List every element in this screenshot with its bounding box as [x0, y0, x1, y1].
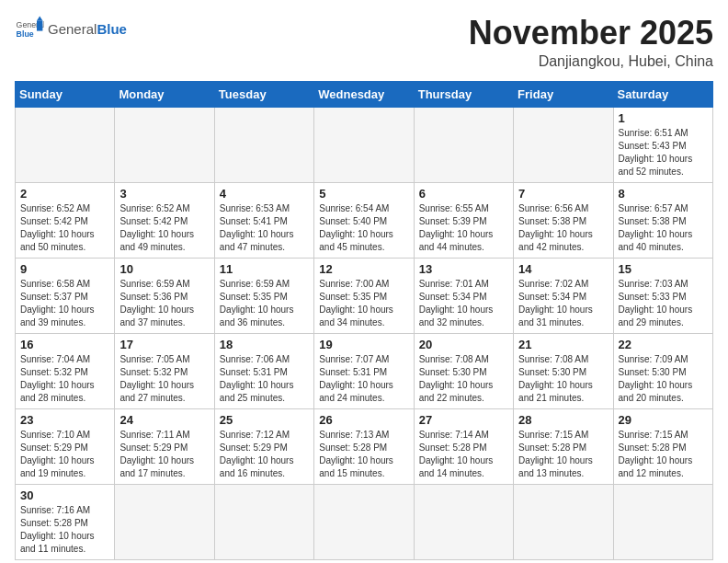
calendar-day-cell: 25Sunrise: 7:12 AM Sunset: 5:29 PM Dayli…	[214, 408, 313, 484]
day-info: Sunrise: 7:11 AM Sunset: 5:29 PM Dayligh…	[119, 429, 209, 480]
day-info: Sunrise: 7:12 AM Sunset: 5:29 PM Dayligh…	[220, 429, 309, 480]
calendar-day-cell	[214, 107, 313, 182]
calendar-day-cell	[115, 107, 214, 182]
weekday-header-monday: Monday	[115, 81, 214, 107]
calendar-day-cell: 28Sunrise: 7:15 AM Sunset: 5:28 PM Dayli…	[514, 408, 613, 484]
calendar-day-cell: 20Sunrise: 7:08 AM Sunset: 5:30 PM Dayli…	[414, 333, 513, 408]
calendar-week-row: 16Sunrise: 7:04 AM Sunset: 5:32 PM Dayli…	[16, 333, 713, 408]
calendar-day-cell: 29Sunrise: 7:15 AM Sunset: 5:28 PM Dayli…	[613, 408, 712, 484]
day-info: Sunrise: 6:51 AM Sunset: 5:43 PM Dayligh…	[619, 127, 708, 178]
day-info: Sunrise: 6:58 AM Sunset: 5:37 PM Dayligh…	[20, 278, 109, 329]
day-info: Sunrise: 6:53 AM Sunset: 5:41 PM Dayligh…	[220, 202, 309, 254]
weekday-header-saturday: Saturday	[613, 81, 712, 107]
calendar-day-cell: 3Sunrise: 6:52 AM Sunset: 5:42 PM Daylig…	[115, 182, 214, 258]
day-info: Sunrise: 7:15 AM Sunset: 5:28 PM Dayligh…	[619, 429, 708, 480]
day-info: Sunrise: 7:13 AM Sunset: 5:28 PM Dayligh…	[319, 429, 408, 480]
day-number: 21	[518, 338, 608, 351]
calendar-day-cell: 11Sunrise: 6:59 AM Sunset: 5:35 PM Dayli…	[214, 258, 313, 333]
day-number: 22	[619, 338, 708, 351]
calendar-subtitle: Danjiangkou, Hubei, China	[469, 53, 713, 70]
day-number: 27	[419, 413, 508, 427]
weekday-header-friday: Friday	[514, 81, 613, 107]
calendar-day-cell: 8Sunrise: 6:57 AM Sunset: 5:38 PM Daylig…	[613, 182, 712, 258]
calendar-day-cell: 14Sunrise: 7:02 AM Sunset: 5:34 PM Dayli…	[514, 258, 613, 333]
day-info: Sunrise: 7:03 AM Sunset: 5:33 PM Dayligh…	[619, 278, 708, 329]
day-info: Sunrise: 7:01 AM Sunset: 5:34 PM Dayligh…	[419, 278, 508, 329]
calendar-day-cell	[613, 484, 712, 559]
title-block: November 2025 Danjiangkou, Hubei, China	[469, 15, 713, 70]
day-info: Sunrise: 7:07 AM Sunset: 5:31 PM Dayligh…	[319, 353, 408, 405]
calendar-day-cell: 4Sunrise: 6:53 AM Sunset: 5:41 PM Daylig…	[214, 182, 313, 258]
day-info: Sunrise: 7:10 AM Sunset: 5:29 PM Dayligh…	[20, 429, 109, 480]
day-info: Sunrise: 7:09 AM Sunset: 5:30 PM Dayligh…	[619, 353, 708, 405]
calendar-day-cell: 1Sunrise: 6:51 AM Sunset: 5:43 PM Daylig…	[613, 107, 712, 182]
day-number: 18	[220, 338, 309, 351]
calendar-day-cell	[314, 484, 414, 559]
calendar-day-cell: 6Sunrise: 6:55 AM Sunset: 5:39 PM Daylig…	[414, 182, 513, 258]
day-number: 4	[220, 187, 309, 201]
day-info: Sunrise: 7:00 AM Sunset: 5:35 PM Dayligh…	[319, 278, 408, 329]
day-info: Sunrise: 7:02 AM Sunset: 5:34 PM Dayligh…	[518, 278, 608, 329]
calendar-title: November 2025	[469, 15, 713, 52]
calendar-week-row: 1Sunrise: 6:51 AM Sunset: 5:43 PM Daylig…	[16, 107, 713, 182]
calendar-day-cell: 26Sunrise: 7:13 AM Sunset: 5:28 PM Dayli…	[314, 408, 414, 484]
calendar-day-cell	[414, 107, 513, 182]
calendar-day-cell: 19Sunrise: 7:07 AM Sunset: 5:31 PM Dayli…	[314, 333, 414, 408]
calendar-day-cell: 13Sunrise: 7:01 AM Sunset: 5:34 PM Dayli…	[414, 258, 513, 333]
day-info: Sunrise: 6:56 AM Sunset: 5:38 PM Dayligh…	[518, 202, 608, 254]
day-number: 20	[419, 338, 508, 351]
calendar-day-cell	[514, 107, 613, 182]
calendar-day-cell: 12Sunrise: 7:00 AM Sunset: 5:35 PM Dayli…	[314, 258, 414, 333]
day-number: 26	[319, 413, 408, 427]
day-number: 17	[119, 338, 209, 351]
day-info: Sunrise: 6:55 AM Sunset: 5:39 PM Dayligh…	[419, 202, 508, 254]
day-info: Sunrise: 7:16 AM Sunset: 5:28 PM Dayligh…	[20, 504, 109, 556]
calendar-day-cell: 5Sunrise: 6:54 AM Sunset: 5:40 PM Daylig…	[314, 182, 414, 258]
calendar-day-cell: 18Sunrise: 7:06 AM Sunset: 5:31 PM Dayli…	[214, 333, 313, 408]
logo-blue-text: Blue	[97, 21, 127, 37]
calendar-day-cell: 2Sunrise: 6:52 AM Sunset: 5:42 PM Daylig…	[16, 182, 115, 258]
calendar-day-cell: 23Sunrise: 7:10 AM Sunset: 5:29 PM Dayli…	[16, 408, 115, 484]
calendar-day-cell	[314, 107, 414, 182]
page-header: General Blue GeneralBlue November 2025 D…	[15, 15, 713, 70]
calendar-day-cell: 9Sunrise: 6:58 AM Sunset: 5:37 PM Daylig…	[16, 258, 115, 333]
calendar-week-row: 2Sunrise: 6:52 AM Sunset: 5:42 PM Daylig…	[16, 182, 713, 258]
day-number: 15	[619, 262, 708, 276]
day-number: 14	[518, 262, 608, 276]
day-number: 28	[518, 413, 608, 427]
day-info: Sunrise: 6:59 AM Sunset: 5:36 PM Dayligh…	[119, 278, 209, 329]
calendar-day-cell: 22Sunrise: 7:09 AM Sunset: 5:30 PM Dayli…	[613, 333, 712, 408]
day-info: Sunrise: 7:06 AM Sunset: 5:31 PM Dayligh…	[220, 353, 309, 405]
calendar-day-cell: 27Sunrise: 7:14 AM Sunset: 5:28 PM Dayli…	[414, 408, 513, 484]
calendar-day-cell	[115, 484, 214, 559]
weekday-header-wednesday: Wednesday	[314, 81, 414, 107]
day-number: 2	[20, 187, 109, 201]
weekday-header-sunday: Sunday	[16, 81, 115, 107]
weekday-header-row: SundayMondayTuesdayWednesdayThursdayFrid…	[16, 81, 713, 107]
day-info: Sunrise: 6:52 AM Sunset: 5:42 PM Dayligh…	[119, 202, 209, 254]
day-info: Sunrise: 7:08 AM Sunset: 5:30 PM Dayligh…	[419, 353, 508, 405]
calendar-day-cell	[514, 484, 613, 559]
day-info: Sunrise: 7:04 AM Sunset: 5:32 PM Dayligh…	[20, 353, 109, 405]
day-info: Sunrise: 7:05 AM Sunset: 5:32 PM Dayligh…	[119, 353, 209, 405]
day-number: 13	[419, 262, 508, 276]
calendar-day-cell: 16Sunrise: 7:04 AM Sunset: 5:32 PM Dayli…	[16, 333, 115, 408]
day-number: 10	[119, 262, 209, 276]
day-number: 11	[220, 262, 309, 276]
day-info: Sunrise: 7:14 AM Sunset: 5:28 PM Dayligh…	[419, 429, 508, 480]
calendar-day-cell: 30Sunrise: 7:16 AM Sunset: 5:28 PM Dayli…	[16, 484, 115, 559]
calendar-day-cell	[214, 484, 313, 559]
day-number: 1	[619, 111, 708, 125]
logo-wordmark: GeneralBlue	[48, 22, 127, 38]
generalblue-logo-icon: General Blue	[15, 15, 44, 44]
svg-marker-2	[37, 20, 42, 30]
day-number: 5	[319, 187, 408, 201]
day-info: Sunrise: 7:08 AM Sunset: 5:30 PM Dayligh…	[518, 353, 608, 405]
logo: General Blue GeneralBlue	[15, 15, 127, 44]
day-info: Sunrise: 6:59 AM Sunset: 5:35 PM Dayligh…	[220, 278, 309, 329]
day-number: 25	[220, 413, 309, 427]
calendar-day-cell: 24Sunrise: 7:11 AM Sunset: 5:29 PM Dayli…	[115, 408, 214, 484]
day-number: 19	[319, 338, 408, 351]
day-number: 30	[20, 488, 109, 502]
weekday-header-thursday: Thursday	[414, 81, 513, 107]
